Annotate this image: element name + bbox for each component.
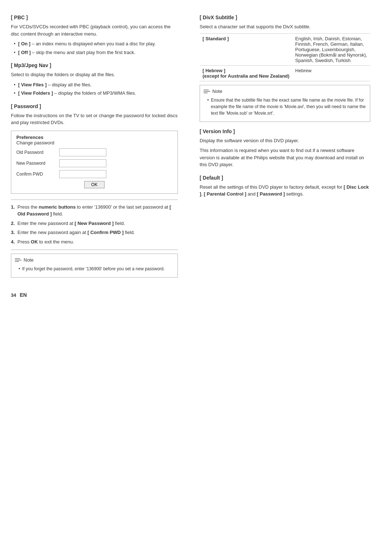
left-column: [ PBC ] For VCDs/SVCDs recorded with PBC… xyxy=(11,15,185,281)
divx-table: [ Standard ] English, Irish, Danish, Est… xyxy=(200,33,370,81)
note-header-right: Note xyxy=(204,88,366,95)
divx-label-hebrew: [ Hebrew ](except for Australia and New … xyxy=(200,65,292,81)
pbc-on-label: [ On ] – an index menu is displayed when… xyxy=(18,41,156,46)
confirm-pwd-row: Confirm PWD xyxy=(16,170,172,178)
pbc-heading: [ PBC ] xyxy=(11,15,178,20)
mp3-heading: [ Mp3/Jpeg Nav ] xyxy=(11,62,178,68)
instruction-num-4: 4. xyxy=(11,238,15,246)
mp3-desc: Select to display the folders or display… xyxy=(11,71,178,78)
confirm-pwd-input[interactable] xyxy=(59,170,106,178)
version-heading: [ Version Info ] xyxy=(200,128,370,134)
new-password-input[interactable] xyxy=(59,159,106,167)
instruction-num-2: 2. xyxy=(11,220,15,227)
note-icon-left xyxy=(15,258,21,262)
page-footer: 34 EN xyxy=(0,288,392,301)
note-label-right: Note xyxy=(212,88,222,95)
divx-value-hebrew: Hebrew xyxy=(292,65,370,81)
pbc-desc: For VCDs/SVCDs recorded with PBC (playba… xyxy=(11,23,178,37)
instruction-num-3: 3. xyxy=(11,229,15,236)
ok-row: OK xyxy=(16,181,172,188)
note-icon-right xyxy=(204,90,210,93)
pbc-list: [ On ] – an index menu is displayed when… xyxy=(11,40,178,56)
mp3-item-2: [ View Folders ] – display the folders o… xyxy=(15,90,178,97)
page-number: 34 xyxy=(11,292,16,298)
new-password-row: New Password xyxy=(16,159,172,167)
password-dialog: Preferences Change password Old Password… xyxy=(11,131,178,194)
instruction-num-1: 1. xyxy=(11,204,15,211)
right-column: [ DivX Subtitle ] Select a character set… xyxy=(196,15,370,281)
version-desc2: This information is required when you wa… xyxy=(200,147,370,168)
password-desc: Follow the instructions on the TV to set… xyxy=(11,112,178,126)
password-heading: [ Password ] xyxy=(11,103,178,109)
default-desc: Reset all the settings of this DVD playe… xyxy=(200,184,370,198)
instruction-1: 1. Press the numeric buttons to enter '1… xyxy=(11,204,178,218)
pbc-item-2: [ Off ] – skip the menu and start play f… xyxy=(15,49,178,56)
note-box-right: Note Ensure that the subtitle file has t… xyxy=(200,85,370,122)
divx-heading: [ DivX Subtitle ] xyxy=(200,15,370,20)
language-label: EN xyxy=(20,292,26,298)
old-password-input[interactable] xyxy=(59,148,106,156)
divider-2 xyxy=(11,250,178,250)
divx-desc: Select a character set that supports the… xyxy=(200,23,370,30)
instructions-list: 1. Press the numeric buttons to enter '1… xyxy=(11,204,178,246)
divx-row-hebrew: [ Hebrew ](except for Australia and New … xyxy=(200,65,370,81)
mp3-item-1: [ View Files ] – display all the files. xyxy=(15,81,178,89)
confirm-pwd-label: Confirm PWD xyxy=(16,172,56,177)
default-heading: [ Default ] xyxy=(200,175,370,181)
view-files-label: [ View Files ] – display all the files. xyxy=(18,82,91,87)
mp3-list: [ View Files ] – display all the files. … xyxy=(11,81,178,97)
pbc-item-1: [ On ] – an index menu is displayed when… xyxy=(15,40,178,48)
instruction-3: 3. Enter the new password again at [ Con… xyxy=(11,229,178,236)
divx-label-standard: [ Standard ] xyxy=(200,33,292,65)
note-label-left: Note xyxy=(24,257,33,263)
note-list-right: Ensure that the subtitle file has the ex… xyxy=(204,97,366,116)
dialog-subtitle: Change password xyxy=(16,140,54,145)
instruction-4: 4. Press OK to exit the menu. xyxy=(11,238,178,246)
note-header-left: Note xyxy=(15,257,174,263)
old-password-row: Old Password xyxy=(16,148,172,156)
note-box-left: Note If you forget the password, enter '… xyxy=(11,254,178,278)
divx-value-standard: English, Irish, Danish, Estonian, Finnis… xyxy=(292,33,370,65)
note-item-left: If you forget the password, enter '13690… xyxy=(19,266,174,272)
old-password-label: Old Password xyxy=(16,150,56,155)
divx-row-standard: [ Standard ] English, Irish, Danish, Est… xyxy=(200,33,370,65)
instruction-2: 2. Enter the new password at [ New Passw… xyxy=(11,220,178,227)
view-folders-label: [ View Folders ] – display the folders o… xyxy=(18,90,136,96)
version-desc1: Display the software version of this DVD… xyxy=(200,137,370,144)
new-password-label: New Password xyxy=(16,161,56,166)
ok-button[interactable]: OK xyxy=(84,181,104,188)
divider-1 xyxy=(11,200,178,200)
note-item-right: Ensure that the subtitle file has the ex… xyxy=(207,97,366,116)
dialog-title: Preferences Change password xyxy=(16,135,172,145)
pbc-off-label: [ Off ] – skip the menu and start play f… xyxy=(18,50,135,55)
note-list-left: If you forget the password, enter '13690… xyxy=(15,266,174,272)
